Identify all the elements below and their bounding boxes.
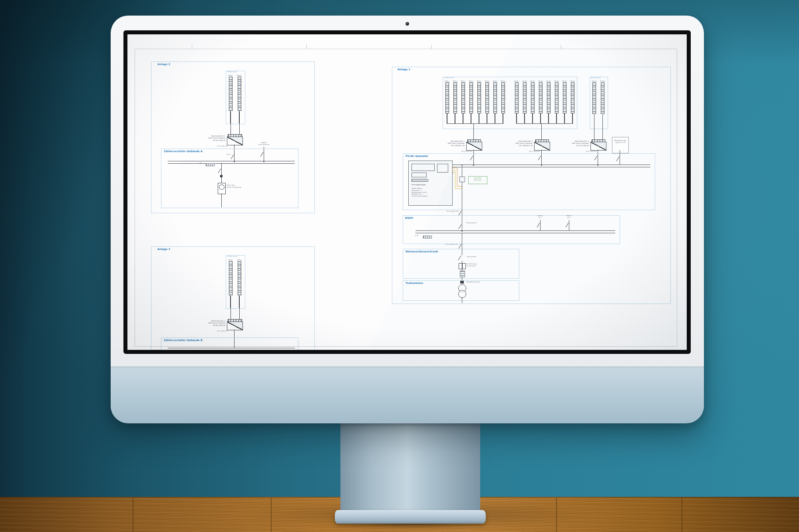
sheet-tick [192, 45, 192, 49]
terminal-blocks [460, 271, 465, 277]
cable-label: NYY-J 4x240 mm² [430, 210, 459, 212]
pv-module-note: 8 x Modul 450 Wp [471, 85, 473, 98]
busbar [415, 230, 615, 233]
pv-module-note: 8 x Modul 450 Wp [557, 85, 559, 98]
stub-label: AbgangUnterverteilung [256, 142, 272, 146]
cable-label: NYY-J 5x16 mm² [515, 151, 541, 153]
pe-label: N PE [415, 235, 418, 237]
signal-wire-orange [457, 168, 457, 186]
pv-string-label: String 1 [591, 80, 598, 82]
pv-string-column: String 28 x Modul 450 Wp [521, 80, 528, 124]
pv-module-note: 8 x Modul 450 Wp [495, 85, 497, 98]
desk-plank-seam [133, 498, 133, 532]
grid-line [462, 276, 462, 280]
junction-dot [461, 230, 463, 232]
pv-string-label: String 4 [537, 80, 544, 82]
pv-string-column: String 38 x Modul 450 Wp [529, 80, 536, 124]
pv-string-box-title: PV-Generator [444, 77, 454, 79]
pv-string-label: String 7 [492, 80, 498, 82]
scene: Anlage 2 PV-Generator String 18 x Modul … [0, 0, 799, 532]
pv-string-label: String 6 [484, 80, 490, 82]
pv-string-column: String 28 x Modul 450 Wp [235, 259, 243, 308]
pv-string-column: String 88 x Modul 450 Wp [499, 80, 507, 124]
anlage1-title: Anlage 1 [398, 68, 410, 71]
dc-line [231, 123, 231, 134]
grid-line [462, 297, 462, 303]
pv-string-group: String 18 x Modul 450 WpString 28 x Modu… [227, 74, 244, 123]
pe-label: N PE [199, 163, 202, 165]
junction-dot [461, 165, 463, 166]
meter-symbol [218, 183, 226, 194]
pv-module-note: 8 x Modul 450 Wp [573, 85, 574, 98]
outgoing-label: AbgangUV 2 [561, 215, 577, 219]
busbar [168, 161, 295, 164]
feeder-stub [569, 220, 569, 230]
controller-module [411, 164, 435, 171]
inverter-symbol: =~ [227, 137, 243, 145]
dc-line [572, 113, 572, 124]
dc-line [495, 113, 495, 124]
junction-dot [263, 161, 264, 162]
pv-string-column: String 78 x Modul 450 Wp [561, 80, 568, 124]
dc-line [239, 111, 239, 123]
cable-label: NYY-J 5x6 mm² [571, 151, 597, 153]
junction-dot [234, 161, 235, 162]
spd-box: Überspannungs-schutz T1+T2 [612, 137, 629, 153]
pv-module-note: 8 x Modul 450 Wp [503, 85, 505, 98]
switch-label: Trennschalter [467, 256, 476, 258]
grid-line [462, 167, 462, 209]
dc-line [594, 125, 594, 139]
pv-string-group: String 18 x Modul 450 WpString 28 x Modu… [513, 80, 576, 124]
feeder-stub [540, 220, 541, 230]
sheet-tick [561, 45, 561, 49]
imac-chin [111, 367, 704, 423]
terminal-blocks [411, 179, 428, 182]
pv-module-note: 8 x Modul 450 Wp [549, 85, 551, 98]
controller-legend: RS485 ModbusMessung U / IWirkleistung 0–… [411, 188, 427, 197]
pv-string-group: String 18 x Modul 450 WpString 28 x Modu… [590, 80, 607, 125]
junction-dot [473, 165, 474, 166]
grid-line [462, 249, 462, 255]
inverter-label: Wechselrichter 1SMA Sunny TripowerSTP 8.… [183, 135, 225, 141]
dc-line [463, 113, 463, 124]
imac-screen: Anlage 2 PV-Generator String 18 x Modul … [127, 34, 687, 350]
transformer-symbol [458, 290, 466, 298]
grid-line [462, 233, 462, 249]
nshv-box [403, 215, 620, 244]
controller-module [437, 164, 448, 173]
pv-module-note: 8 x Modul 450 Wp [479, 85, 481, 98]
pv-string-column: String 48 x Modul 450 Wp [467, 80, 475, 124]
busbar [439, 165, 650, 167]
string-merge-line [517, 123, 572, 124]
dc-line [594, 114, 594, 125]
metering-symbol [460, 281, 464, 284]
signal-wire-orange [452, 168, 457, 168]
imac-stand-base [335, 510, 486, 524]
pv-string-label: String 5 [545, 80, 552, 82]
pv-string-box-title: PV-Generator [591, 77, 601, 79]
pv-module-note: 8 x Modul 450 Wp [240, 80, 241, 92]
inverter-symbol: =~ [534, 142, 550, 151]
inverter-symbol: =~ [466, 142, 482, 151]
pv-string-label: String 5 [476, 80, 482, 82]
pv-module-note: 8 x Modul 450 Wp [455, 85, 457, 98]
terminal-blocks [423, 236, 432, 238]
pv-string-label: String 2 [521, 80, 528, 82]
webcam-dot [405, 22, 409, 26]
pv-string-label: String 8 [569, 80, 576, 82]
inverter-label: Wechselrichter 1SMA Sunny TripowerSTP 8.… [183, 320, 225, 326]
junction-dot [597, 165, 598, 166]
dc-line [503, 113, 503, 124]
pv-string-column: String 38 x Modul 450 Wp [459, 80, 467, 124]
pv-string-column: String 58 x Modul 450 Wp [545, 80, 552, 124]
dc-line [455, 113, 455, 124]
dc-line [602, 125, 603, 139]
pv-string-box-title: PV-Generator [227, 256, 237, 258]
pv-module-note: 8 x Modul 450 Wp [541, 85, 543, 98]
junction-dot [541, 165, 542, 166]
pv-module-note: 8 x Modul 450 Wp [231, 264, 233, 277]
inverter-label: Wechselrichter 1SMA Sunny TripowerSTP 25… [424, 140, 465, 147]
distribution-title: Zählerverteiler Gebäude B [164, 339, 203, 342]
pv-string-label: String 7 [561, 80, 568, 82]
pv-string-box-title: PV-Generator [227, 71, 237, 73]
